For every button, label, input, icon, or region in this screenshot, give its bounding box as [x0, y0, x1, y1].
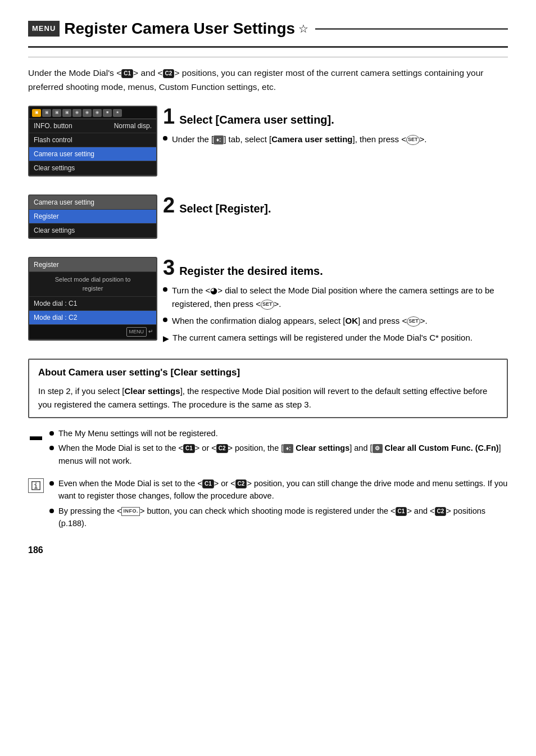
svg-point-4	[35, 482, 37, 483]
step-2-screen: Camera user setting Register Clear setti…	[28, 194, 157, 247]
menu-row-flash: Flash control	[29, 133, 156, 147]
bullet-dot	[163, 136, 167, 141]
cam-badge-c2-2: C2	[235, 479, 247, 488]
step-2-content: 2 Select [Register].	[163, 194, 508, 247]
title-decoration	[315, 28, 508, 30]
step-2: Camera user setting Register Clear setti…	[28, 194, 508, 247]
menu-row-register: Register	[29, 210, 156, 224]
info-icon	[28, 478, 44, 493]
bullet-dot-2	[163, 318, 167, 322]
info-svg-icon	[31, 480, 41, 491]
about-section: About Camera user setting's [Clear setti…	[28, 359, 508, 418]
caution-content: The My Menu settings will not be registe…	[49, 427, 508, 469]
camera-screen-1: ▣ ▣ ▣ ▣ ◉ ◉ ◉ ■ ★ INFO. buttonNormal dis…	[28, 106, 157, 176]
tab-badge: ♦:	[214, 135, 224, 144]
step-3-bullet-1: Turn the <◕> dial to select the Mode Dia…	[163, 284, 508, 311]
arrow-icon: ▶	[163, 332, 169, 345]
star-icon: ☆	[298, 20, 308, 37]
step-3: Register Select mode dial position toreg…	[28, 257, 508, 349]
step-2-number: 2	[163, 194, 175, 216]
info-item-2: By pressing the <INFO.> button, you can …	[49, 505, 508, 530]
cam-badge-c1-3: C1	[396, 507, 407, 516]
info-item-1: Even when the Mode Dial is set to the <C…	[49, 477, 508, 503]
step-1-content: 1 Select [Camera user setting]. Under th…	[163, 106, 508, 184]
page-header: MENU Register Camera User Settings ☆	[28, 17, 508, 48]
step-3-bullet-2-text: When the confirmation dialog appears, se…	[172, 314, 428, 328]
menu-row-select-dial: Select mode dial position toregister	[29, 272, 156, 297]
icon-3: ▣	[52, 109, 61, 117]
menu-row-register-header: Register	[29, 258, 156, 272]
menu-row-cam-user-header: Camera user setting	[29, 196, 156, 210]
cam-badge-c2-3: C2	[435, 507, 447, 516]
step-3-content: 3 Register the desired items. Turn the <…	[163, 257, 508, 349]
set-badge: SET	[406, 135, 420, 145]
about-body: In step 2, if you select [Clear settings…	[38, 384, 498, 411]
step-1-bullet-text: Under the [♦:] tab, select [Camera user …	[172, 133, 426, 146]
step-2-title: Select [Register].	[179, 200, 271, 217]
tab-badge-2: ♦:	[283, 444, 293, 453]
tab-badge-3: ⚙	[373, 444, 383, 453]
step-3-bullet-2: When the confirmation dialog appears, se…	[163, 314, 508, 328]
step-3-number: 3	[163, 257, 175, 278]
cam-badge-c1-2: C1	[202, 479, 214, 488]
bullet-dot	[163, 287, 167, 292]
step-1-screen: ▣ ▣ ▣ ▣ ◉ ◉ ◉ ■ ★ INFO. buttonNormal dis…	[28, 106, 157, 184]
icon-4: ▣	[62, 109, 71, 117]
page-title: Register Camera User Settings	[64, 17, 295, 40]
notice-caution: ▬ The My Menu settings will not be regis…	[28, 427, 508, 469]
menu-row-clear: Clear settings	[29, 161, 156, 175]
caution-text-1: The My Menu settings will not be registe…	[58, 427, 218, 440]
menu-row-clear-settings: Clear settings	[29, 224, 156, 238]
title-separator	[28, 57, 508, 57]
icon-1: ▣	[32, 109, 41, 117]
info-text-1: Even when the Mode Dial is set to the <C…	[58, 477, 508, 503]
screen-icons: ▣ ▣ ▣ ▣ ◉ ◉ ◉ ■ ★	[29, 107, 156, 119]
icon-5: ◉	[72, 109, 81, 117]
steps-container: ▣ ▣ ▣ ▣ ◉ ◉ ◉ ■ ★ INFO. buttonNormal dis…	[28, 106, 508, 359]
menu-row-mode-c1: Mode dial : C1	[29, 297, 156, 311]
step-1-bullet: Under the [♦:] tab, select [Camera user …	[163, 133, 508, 146]
set-badge-2: SET	[261, 300, 274, 310]
step-2-heading: 2 Select [Register].	[163, 194, 508, 217]
step-1-number: 1	[163, 106, 175, 127]
step-3-body: Turn the <◕> dial to select the Mode Dia…	[163, 284, 508, 345]
step-3-bullet-3: ▶ The current camera settings will be re…	[163, 331, 508, 345]
icon-8: ■	[103, 109, 112, 117]
bullet-dot	[49, 509, 54, 513]
step-3-heading: 3 Register the desired items.	[163, 257, 508, 279]
caution-icon: ▬	[28, 428, 44, 444]
notice-info: Even when the Mode Dial is set to the <C…	[28, 477, 508, 532]
step-3-screen: Register Select mode dial position toreg…	[28, 257, 157, 349]
camera-screen-2: Camera user setting Register Clear setti…	[28, 194, 157, 239]
menu-footer: MENU ↵	[29, 325, 156, 340]
icon-2: ▣	[42, 109, 51, 117]
about-title: About Camera user setting's [Clear setti…	[38, 365, 498, 380]
step-3-bullet-3-text: The current camera settings will be regi…	[172, 331, 473, 345]
step-3-bullet-1-text: Turn the <◕> dial to select the Mode Dia…	[172, 284, 508, 311]
step-1-heading: 1 Select [Camera user setting].	[163, 106, 508, 128]
step-1-title: Select [Camera user setting].	[179, 111, 334, 128]
caution-list: The My Menu settings will not be registe…	[49, 427, 508, 467]
set-badge-3: SET	[407, 316, 420, 327]
page-number: 186	[28, 544, 508, 557]
menu-row-camera-user: Camera user setting	[29, 147, 156, 161]
cam-badge-c2: C2	[216, 444, 228, 453]
info-list: Even when the Mode Dial is set to the <C…	[49, 477, 508, 530]
info-text-2: By pressing the <INFO.> button, you can …	[58, 505, 508, 530]
menu-row-info: INFO. buttonNormal disp.	[29, 119, 156, 133]
info-content: Even when the Mode Dial is set to the <C…	[49, 477, 508, 532]
bullet-dot	[49, 431, 54, 436]
caution-item-1: The My Menu settings will not be registe…	[49, 427, 508, 440]
cam-badge-c1: C1	[183, 444, 195, 453]
step-1: ▣ ▣ ▣ ▣ ◉ ◉ ◉ ■ ★ INFO. buttonNormal dis…	[28, 106, 508, 184]
menu-badge: MENU	[28, 21, 60, 37]
camera-screen-3: Register Select mode dial position toreg…	[28, 257, 157, 341]
icon-6: ◉	[83, 109, 92, 117]
info-button-badge: INFO.	[121, 507, 140, 516]
menu-row-mode-c2: Mode dial : C2	[29, 311, 156, 325]
intro-paragraph: Under the Mode Dial's <C1> and <C2> posi…	[28, 66, 508, 94]
icon-7: ◉	[93, 109, 102, 117]
step-3-title: Register the desired items.	[179, 262, 323, 279]
caution-text-2: When the Mode Dial is set to the <C1> or…	[58, 442, 508, 467]
step-1-body: Under the [♦:] tab, select [Camera user …	[163, 133, 508, 146]
